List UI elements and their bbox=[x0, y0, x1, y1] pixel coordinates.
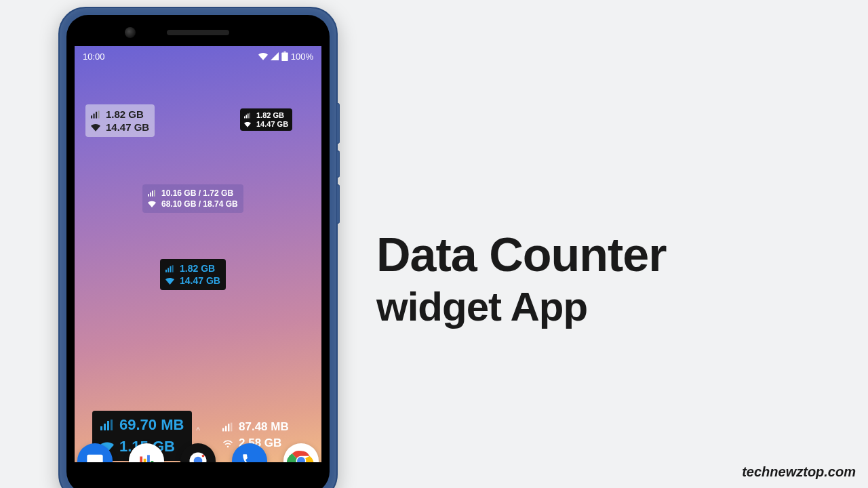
title-line-2: widget App bbox=[376, 285, 666, 329]
front-camera bbox=[125, 27, 136, 38]
widget-mobile-value: 1.82 GB bbox=[256, 111, 284, 119]
data-widget-dark-small[interactable]: 1.82 GB 14.47 GB bbox=[240, 108, 292, 131]
svg-point-33 bbox=[202, 455, 205, 458]
svg-rect-18 bbox=[100, 426, 102, 430]
widget-row-mobile: 1.82 GB bbox=[91, 108, 149, 120]
battery-icon bbox=[281, 52, 288, 61]
cell-signal-icon bbox=[91, 110, 100, 119]
cell-signal-icon bbox=[222, 422, 233, 432]
page-title: Data Counter widget App bbox=[376, 230, 666, 329]
widget-mobile-value: 69.70 MB bbox=[119, 416, 184, 434]
data-widget-black-blue[interactable]: 1.82 GB 14.47 GB bbox=[160, 259, 226, 290]
svg-rect-0 bbox=[281, 53, 288, 61]
svg-rect-9 bbox=[250, 113, 251, 118]
widget-row-wifi: 14.47 GB bbox=[244, 120, 288, 128]
watermark: technewztop.com bbox=[742, 464, 856, 480]
camera-app-icon[interactable] bbox=[180, 443, 216, 462]
svg-rect-30 bbox=[151, 461, 154, 462]
phone-app-icon[interactable] bbox=[232, 443, 267, 462]
chrome-app-icon[interactable] bbox=[283, 443, 319, 462]
phone-screen: 10:00 100% bbox=[75, 46, 321, 462]
svg-rect-29 bbox=[147, 455, 150, 462]
widget-row-mobile: 87.48 MB bbox=[222, 420, 289, 434]
widget-mobile-value: 1.82 GB bbox=[180, 263, 215, 274]
svg-rect-3 bbox=[94, 113, 95, 118]
phone-mockup: 10:00 100% bbox=[58, 7, 338, 488]
phone-bezel: 10:00 100% bbox=[66, 15, 330, 488]
cell-signal-icon bbox=[165, 265, 174, 272]
svg-rect-12 bbox=[152, 190, 153, 196]
volume-down-button bbox=[336, 150, 340, 178]
widget-wifi-value: 14.47 GB bbox=[106, 121, 149, 133]
svg-rect-5 bbox=[98, 110, 100, 118]
svg-rect-6 bbox=[244, 116, 245, 118]
svg-rect-22 bbox=[222, 428, 224, 432]
wifi-icon bbox=[91, 123, 100, 131]
widget-row-mobile: 1.82 GB bbox=[165, 263, 220, 274]
widget-row-mobile: 1.82 GB bbox=[244, 111, 288, 119]
svg-rect-17 bbox=[172, 265, 174, 272]
statusbar-right: 100% bbox=[258, 52, 313, 62]
widget-row-wifi: 14.47 GB bbox=[165, 275, 220, 286]
widget-row-wifi: 68.10 GB / 18.74 GB bbox=[148, 199, 238, 209]
svg-rect-10 bbox=[148, 194, 149, 197]
svg-rect-15 bbox=[167, 268, 169, 272]
data-widget-light[interactable]: 1.82 GB 14.47 GB bbox=[85, 104, 155, 137]
svg-rect-1 bbox=[283, 52, 285, 53]
svg-rect-28 bbox=[144, 459, 146, 462]
drawer-indicator-icon[interactable]: ^ bbox=[196, 426, 200, 435]
widget-wifi-value: 68.10 GB / 18.74 GB bbox=[161, 199, 238, 209]
widget-row-mobile: 10.16 GB / 1.72 GB bbox=[148, 188, 238, 198]
title-line-1: Data Counter bbox=[376, 230, 666, 281]
messages-app-icon[interactable] bbox=[77, 443, 113, 462]
svg-rect-8 bbox=[248, 113, 249, 118]
svg-rect-24 bbox=[228, 424, 229, 431]
app-dock bbox=[77, 443, 319, 462]
statusbar-battery: 100% bbox=[291, 52, 313, 62]
svg-rect-25 bbox=[231, 423, 232, 432]
earpiece bbox=[167, 30, 229, 35]
cell-signal-icon bbox=[244, 113, 251, 119]
svg-rect-21 bbox=[111, 420, 113, 430]
cell-signal-icon bbox=[271, 52, 279, 60]
status-bar: 10:00 100% bbox=[75, 46, 321, 66]
svg-rect-14 bbox=[165, 269, 167, 272]
power-button bbox=[336, 184, 340, 224]
svg-rect-20 bbox=[107, 421, 109, 430]
wifi-icon bbox=[258, 52, 268, 60]
wifi-icon bbox=[165, 277, 174, 285]
gallery-app-icon[interactable] bbox=[129, 443, 164, 462]
svg-rect-16 bbox=[170, 266, 172, 272]
widget-mobile-value: 1.82 GB bbox=[106, 108, 144, 120]
svg-rect-27 bbox=[140, 457, 142, 463]
svg-rect-23 bbox=[225, 426, 226, 431]
svg-rect-19 bbox=[104, 424, 106, 430]
widget-wifi-value: 14.47 GB bbox=[256, 120, 288, 128]
widget-row-mobile: 69.70 MB bbox=[100, 416, 184, 434]
svg-rect-11 bbox=[150, 192, 151, 197]
widget-wifi-value: 14.47 GB bbox=[180, 275, 220, 286]
wifi-icon bbox=[244, 121, 251, 127]
volume-up-button bbox=[336, 103, 340, 144]
statusbar-time: 10:00 bbox=[83, 52, 105, 62]
svg-rect-7 bbox=[246, 115, 248, 118]
widget-mobile-value: 10.16 GB / 1.72 GB bbox=[161, 188, 233, 198]
svg-rect-2 bbox=[91, 115, 92, 118]
svg-rect-13 bbox=[154, 190, 155, 197]
cell-signal-icon bbox=[148, 190, 156, 197]
wifi-icon bbox=[148, 201, 156, 207]
widget-mobile-value: 87.48 MB bbox=[239, 420, 289, 434]
data-widget-purple[interactable]: 10.16 GB / 1.72 GB 68.10 GB / 18.74 GB bbox=[142, 184, 243, 213]
svg-rect-4 bbox=[96, 111, 97, 118]
widget-row-wifi: 14.47 GB bbox=[91, 121, 149, 133]
cell-signal-icon bbox=[100, 419, 114, 431]
